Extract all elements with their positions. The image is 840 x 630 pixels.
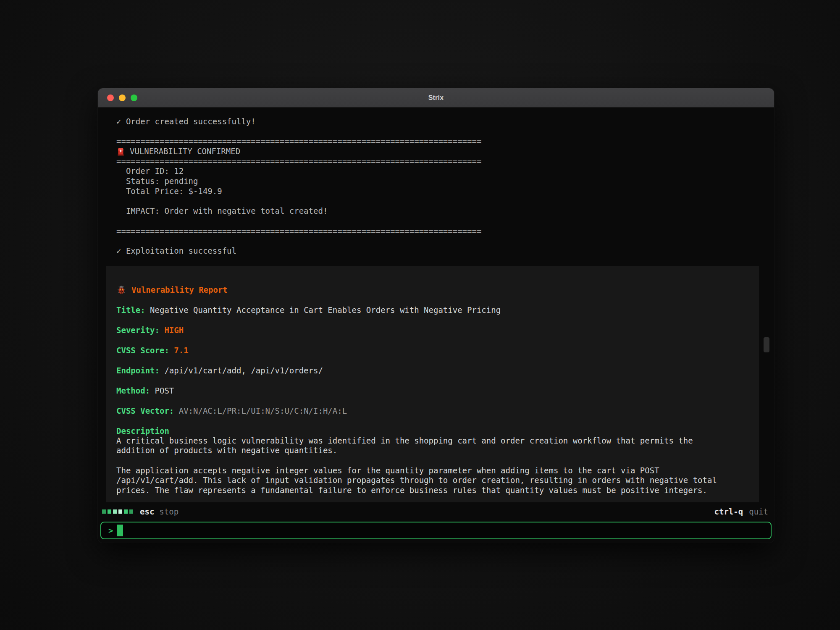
description-heading: Description [116,426,748,436]
field-label: Method: [116,386,150,395]
field-value: 7.1 [169,346,189,355]
description-paragraph: The application accepts negative integer… [116,466,730,496]
close-button[interactable] [107,94,114,101]
vulnerability-report-panel: Vulnerability Report Title: Negative Qua… [106,266,759,502]
report-title: Vulnerability Report [131,285,228,295]
log-line [116,127,774,137]
separator-line: ========================================… [116,136,774,147]
esc-action-label: stop [159,507,178,516]
alert-header: VULNERABILITY CONFIRMED [116,147,774,157]
log-line [116,236,774,246]
command-input[interactable]: > [100,522,772,539]
report-field: Title: Negative Quantity Acceptance in C… [116,305,748,315]
spinner-blocks-icon [102,509,133,514]
report-fields: Title: Negative Quantity Acceptance in C… [116,305,748,416]
strix-window: Strix ✓ Order created successfully!=====… [98,88,774,543]
minimize-button[interactable] [119,94,126,101]
field-value: /api/v1/cart/add, /api/v1/orders/ [160,366,323,375]
description-paragraphs: A critical business logic vulnerability … [116,436,748,496]
statusbar-left: esc stop [102,507,178,516]
window-title: Strix [98,94,774,102]
log-line [116,216,774,226]
separator-line: ========================================… [116,226,774,236]
log-line: Status: pending [116,176,774,186]
report-header: Vulnerability Report [116,285,748,295]
esc-key-hint: esc [140,507,154,516]
report-field: Method: POST [116,386,748,396]
field-label: CVSS Score: [116,346,169,355]
report-field: CVSS Vector: AV:N/AC:L/PR:L/UI:N/S:U/C:N… [116,406,748,416]
window-titlebar[interactable]: Strix [98,88,774,108]
scrollbar-thumb[interactable] [764,337,769,352]
terminal-output: ✓ Order created successfully!===========… [98,108,774,502]
bug-icon [116,285,127,295]
prompt-symbol: > [108,526,113,535]
status-line: ✓ Order created successfully! [116,117,774,127]
zoom-button[interactable] [131,94,137,101]
quit-action-label: quit [749,507,768,516]
status-line: ✓ Exploitation successful [116,246,774,256]
traffic-lights [107,88,137,107]
siren-icon [116,147,126,156]
statusbar-right: ctrl-q quit [714,507,768,516]
field-label: Title: [116,305,145,315]
terminal-log: ✓ Order created successfully!===========… [98,108,774,256]
quit-key-hint: ctrl-q [714,507,743,516]
field-label: Endpoint: [116,366,160,375]
field-value: AV:N/AC:L/PR:L/UI:N/S:U/C:N/I:H/A:L [174,406,347,415]
field-value: Negative Quantity Acceptance in Cart Ena… [145,305,501,315]
report-field: Severity: HIGH [116,325,748,335]
status-bar: esc stop ctrl-q quit [98,502,774,521]
text-cursor [117,525,123,536]
report-field: CVSS Score: 7.1 [116,345,748,355]
field-value: HIGH [160,326,184,335]
log-line: Total Price: $-149.9 [116,186,774,197]
log-line [116,197,774,207]
description-paragraph: A critical business logic vulnerability … [116,436,730,456]
report-field: Endpoint: /api/v1/cart/add, /api/v1/orde… [116,365,748,375]
log-line: Order ID: 12 [116,166,774,176]
field-value: POST [150,386,174,395]
log-line: IMPACT: Order with negative total create… [116,206,774,216]
field-label: CVSS Vector: [116,406,174,415]
field-label: Severity: [116,326,160,335]
separator-line: ========================================… [116,157,774,167]
